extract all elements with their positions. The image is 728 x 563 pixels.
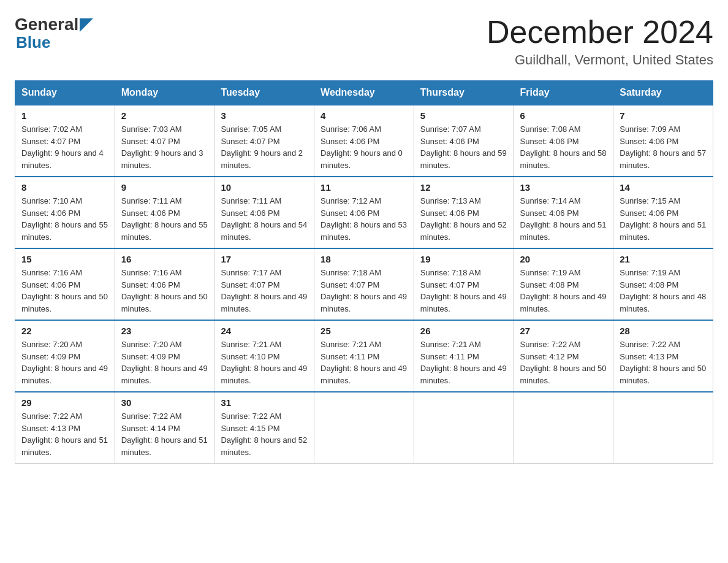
day-info: Sunrise: 7:06 AMSunset: 4:06 PMDaylight:… — [320, 123, 408, 171]
day-number: 1 — [21, 110, 108, 121]
calendar-cell: 12Sunrise: 7:13 AMSunset: 4:06 PMDayligh… — [414, 177, 514, 248]
day-number: 10 — [221, 182, 308, 193]
day-number: 22 — [21, 326, 108, 336]
day-number: 17 — [221, 254, 308, 264]
calendar-cell: 3Sunrise: 7:05 AMSunset: 4:07 PMDaylight… — [214, 105, 314, 177]
weekday-header-saturday: Saturday — [613, 81, 713, 105]
logo-arrow-icon — [80, 18, 93, 32]
day-number: 11 — [320, 182, 408, 193]
calendar-cell: 6Sunrise: 7:08 AMSunset: 4:06 PMDaylight… — [514, 105, 613, 177]
calendar-table: SundayMondayTuesdayWednesdayThursdayFrid… — [15, 80, 713, 464]
day-info: Sunrise: 7:16 AMSunset: 4:06 PMDaylight:… — [21, 267, 108, 315]
calendar-cell: 15Sunrise: 7:16 AMSunset: 4:06 PMDayligh… — [15, 248, 115, 320]
logo-blue-text: Blue — [16, 34, 93, 50]
logo: General Blue — [15, 15, 93, 50]
calendar-cell: 24Sunrise: 7:21 AMSunset: 4:10 PMDayligh… — [214, 320, 314, 392]
day-info: Sunrise: 7:21 AMSunset: 4:11 PMDaylight:… — [420, 339, 507, 386]
day-info: Sunrise: 7:13 AMSunset: 4:06 PMDaylight:… — [420, 195, 507, 243]
calendar-cell: 14Sunrise: 7:15 AMSunset: 4:06 PMDayligh… — [613, 177, 713, 248]
calendar-cell: 20Sunrise: 7:19 AMSunset: 4:08 PMDayligh… — [514, 248, 613, 320]
page-header: General Blue December 2024 Guildhall, Ve… — [15, 15, 713, 68]
week-row-3: 15Sunrise: 7:16 AMSunset: 4:06 PMDayligh… — [15, 248, 713, 320]
weekday-header-wednesday: Wednesday — [314, 81, 414, 105]
day-info: Sunrise: 7:21 AMSunset: 4:10 PMDaylight:… — [221, 339, 308, 386]
calendar-cell: 28Sunrise: 7:22 AMSunset: 4:13 PMDayligh… — [613, 320, 713, 392]
day-info: Sunrise: 7:22 AMSunset: 4:13 PMDaylight:… — [21, 410, 108, 458]
title-block: December 2024 Guildhall, Vermont, United… — [487, 15, 713, 68]
day-number: 26 — [420, 326, 507, 336]
day-number: 2 — [121, 110, 208, 121]
day-info: Sunrise: 7:19 AMSunset: 4:08 PMDaylight:… — [620, 267, 707, 315]
calendar-cell: 27Sunrise: 7:22 AMSunset: 4:12 PMDayligh… — [514, 320, 613, 392]
weekday-header-friday: Friday — [514, 81, 613, 105]
calendar-cell — [314, 392, 414, 464]
calendar-cell: 10Sunrise: 7:11 AMSunset: 4:06 PMDayligh… — [214, 177, 314, 248]
calendar-cell — [613, 392, 713, 464]
day-number: 5 — [420, 110, 507, 121]
calendar-cell: 1Sunrise: 7:02 AMSunset: 4:07 PMDaylight… — [15, 105, 115, 177]
day-info: Sunrise: 7:20 AMSunset: 4:09 PMDaylight:… — [121, 339, 208, 386]
day-info: Sunrise: 7:20 AMSunset: 4:09 PMDaylight:… — [21, 339, 108, 386]
month-title: December 2024 — [487, 15, 713, 50]
day-number: 7 — [620, 110, 707, 121]
calendar-cell: 8Sunrise: 7:10 AMSunset: 4:06 PMDaylight… — [15, 177, 115, 248]
day-info: Sunrise: 7:16 AMSunset: 4:06 PMDaylight:… — [121, 267, 208, 315]
calendar-cell: 25Sunrise: 7:21 AMSunset: 4:11 PMDayligh… — [314, 320, 414, 392]
day-info: Sunrise: 7:19 AMSunset: 4:08 PMDaylight:… — [520, 267, 607, 315]
day-number: 28 — [620, 326, 707, 336]
week-row-5: 29Sunrise: 7:22 AMSunset: 4:13 PMDayligh… — [15, 392, 713, 464]
week-row-2: 8Sunrise: 7:10 AMSunset: 4:06 PMDaylight… — [15, 177, 713, 248]
day-info: Sunrise: 7:15 AMSunset: 4:06 PMDaylight:… — [620, 195, 707, 243]
day-info: Sunrise: 7:03 AMSunset: 4:07 PMDaylight:… — [121, 123, 208, 171]
day-number: 24 — [221, 326, 308, 336]
day-number: 25 — [320, 326, 408, 336]
day-number: 15 — [21, 254, 108, 264]
day-info: Sunrise: 7:22 AMSunset: 4:13 PMDaylight:… — [620, 339, 707, 386]
day-info: Sunrise: 7:02 AMSunset: 4:07 PMDaylight:… — [21, 123, 108, 171]
day-info: Sunrise: 7:22 AMSunset: 4:12 PMDaylight:… — [520, 339, 607, 386]
day-number: 23 — [121, 326, 208, 336]
day-number: 3 — [221, 110, 308, 121]
day-number: 6 — [520, 110, 607, 121]
weekday-header-tuesday: Tuesday — [214, 81, 314, 105]
calendar-cell: 22Sunrise: 7:20 AMSunset: 4:09 PMDayligh… — [15, 320, 115, 392]
day-number: 4 — [320, 110, 408, 121]
calendar-cell: 2Sunrise: 7:03 AMSunset: 4:07 PMDaylight… — [115, 105, 214, 177]
weekday-header-row: SundayMondayTuesdayWednesdayThursdayFrid… — [15, 81, 713, 105]
day-info: Sunrise: 7:11 AMSunset: 4:06 PMDaylight:… — [221, 195, 308, 243]
day-info: Sunrise: 7:14 AMSunset: 4:06 PMDaylight:… — [520, 195, 607, 243]
day-info: Sunrise: 7:17 AMSunset: 4:07 PMDaylight:… — [221, 267, 308, 315]
calendar-cell: 16Sunrise: 7:16 AMSunset: 4:06 PMDayligh… — [115, 248, 214, 320]
day-number: 14 — [620, 182, 707, 193]
day-number: 31 — [221, 397, 308, 408]
day-info: Sunrise: 7:18 AMSunset: 4:07 PMDaylight:… — [420, 267, 507, 315]
day-number: 8 — [21, 182, 108, 193]
logo-general-text: General — [15, 15, 78, 34]
day-number: 16 — [121, 254, 208, 264]
day-number: 30 — [121, 397, 208, 408]
calendar-cell: 11Sunrise: 7:12 AMSunset: 4:06 PMDayligh… — [314, 177, 414, 248]
calendar-cell: 29Sunrise: 7:22 AMSunset: 4:13 PMDayligh… — [15, 392, 115, 464]
weekday-header-thursday: Thursday — [414, 81, 514, 105]
day-info: Sunrise: 7:22 AMSunset: 4:14 PMDaylight:… — [121, 410, 208, 458]
day-number: 13 — [520, 182, 607, 193]
day-info: Sunrise: 7:18 AMSunset: 4:07 PMDaylight:… — [320, 267, 408, 315]
weekday-header-sunday: Sunday — [15, 81, 115, 105]
day-info: Sunrise: 7:05 AMSunset: 4:07 PMDaylight:… — [221, 123, 308, 171]
week-row-4: 22Sunrise: 7:20 AMSunset: 4:09 PMDayligh… — [15, 320, 713, 392]
day-info: Sunrise: 7:07 AMSunset: 4:06 PMDaylight:… — [420, 123, 507, 171]
calendar-cell — [414, 392, 514, 464]
calendar-cell: 18Sunrise: 7:18 AMSunset: 4:07 PMDayligh… — [314, 248, 414, 320]
calendar-cell: 9Sunrise: 7:11 AMSunset: 4:06 PMDaylight… — [115, 177, 214, 248]
calendar-cell: 23Sunrise: 7:20 AMSunset: 4:09 PMDayligh… — [115, 320, 214, 392]
calendar-cell — [514, 392, 613, 464]
day-info: Sunrise: 7:08 AMSunset: 4:06 PMDaylight:… — [520, 123, 607, 171]
calendar-cell: 31Sunrise: 7:22 AMSunset: 4:15 PMDayligh… — [214, 392, 314, 464]
day-info: Sunrise: 7:22 AMSunset: 4:15 PMDaylight:… — [221, 410, 308, 458]
day-number: 18 — [320, 254, 408, 264]
calendar-cell: 30Sunrise: 7:22 AMSunset: 4:14 PMDayligh… — [115, 392, 214, 464]
calendar-cell: 4Sunrise: 7:06 AMSunset: 4:06 PMDaylight… — [314, 105, 414, 177]
calendar-cell: 5Sunrise: 7:07 AMSunset: 4:06 PMDaylight… — [414, 105, 514, 177]
calendar-cell: 7Sunrise: 7:09 AMSunset: 4:06 PMDaylight… — [613, 105, 713, 177]
day-number: 9 — [121, 182, 208, 193]
